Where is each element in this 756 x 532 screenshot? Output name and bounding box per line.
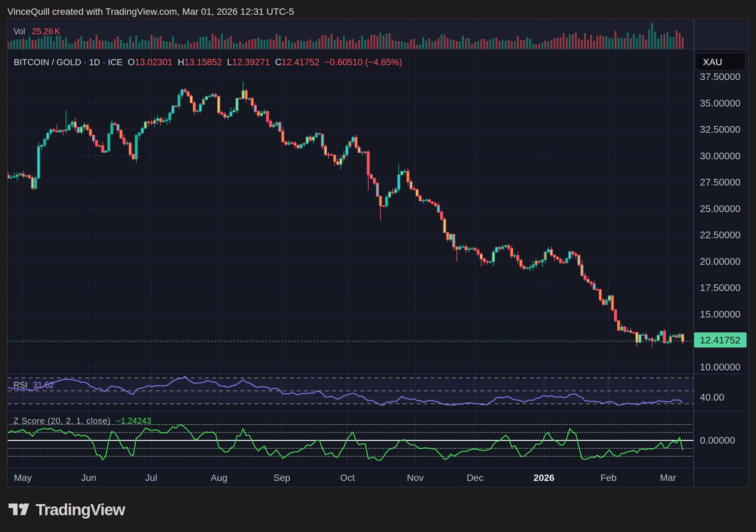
svg-text:Dec: Dec (467, 473, 484, 483)
svg-text:Oct: Oct (340, 473, 355, 483)
svg-text:2026: 2026 (534, 473, 554, 483)
svg-text:22.50000: 22.50000 (700, 230, 741, 240)
svg-text:Sep: Sep (274, 473, 290, 483)
svg-text:XAU: XAU (703, 57, 722, 67)
svg-text:Nov: Nov (407, 473, 424, 483)
svg-text:Vol: Vol (13, 27, 25, 36)
svg-text:Aug: Aug (211, 473, 227, 483)
svg-text:25.00000: 25.00000 (700, 203, 741, 214)
svg-text:31.62: 31.62 (33, 380, 54, 390)
svg-text:May: May (14, 473, 32, 483)
svg-text:Jun: Jun (81, 473, 96, 483)
svg-text:O13.02301 H13.15852 L12.3927: O13.02301 H13.15852 L12.39271 C12.41752 … (128, 57, 402, 67)
svg-text:VinceQuill created with Tradin: VinceQuill created with TradingView.com,… (7, 6, 294, 17)
svg-text:10.00000: 10.00000 (700, 362, 741, 372)
svg-text:Mar: Mar (660, 473, 676, 483)
svg-text:Jul: Jul (145, 473, 157, 483)
svg-text:20.00000: 20.00000 (700, 256, 741, 267)
svg-text:37.50000: 37.50000 (700, 71, 741, 82)
svg-text:0.00000: 0.00000 (700, 435, 735, 446)
svg-text:−1.24243: −1.24243 (116, 416, 151, 425)
svg-text:30.00000: 30.00000 (700, 151, 741, 161)
svg-text:RSI: RSI (13, 380, 28, 390)
svg-text:15.00000: 15.00000 (700, 309, 741, 320)
svg-text:TradingView: TradingView (36, 501, 126, 519)
svg-text:BITCOIN / GOLD · 1D · ICE: BITCOIN / GOLD · 1D · ICE (14, 57, 123, 67)
svg-text:17.50000: 17.50000 (700, 282, 741, 293)
svg-text:32.50000: 32.50000 (700, 124, 741, 135)
svg-text:27.50000: 27.50000 (700, 177, 741, 188)
svg-text:25.26 K: 25.26 K (32, 27, 60, 36)
svg-text:35.00000: 35.00000 (700, 98, 741, 109)
svg-text:40.00: 40.00 (700, 392, 724, 403)
svg-text:Feb: Feb (600, 473, 617, 483)
svg-text:Z Score (20, 2, 1, close): Z Score (20, 2, 1, close) (13, 416, 111, 425)
svg-text:12.41752: 12.41752 (700, 335, 741, 345)
